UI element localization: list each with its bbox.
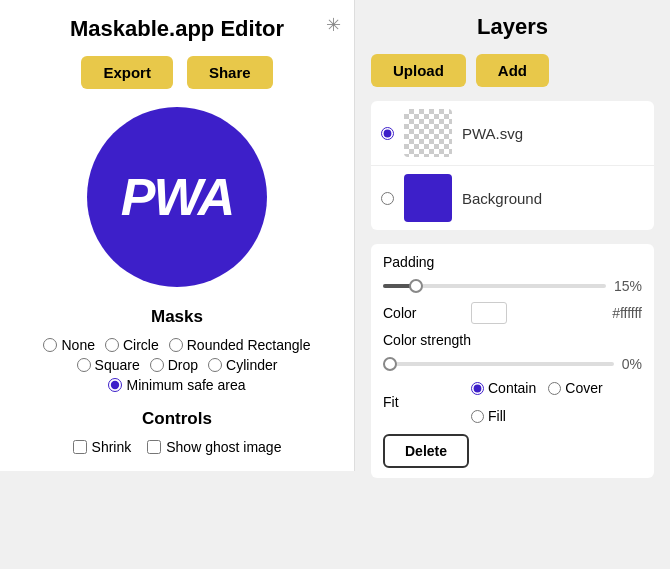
masks-title: Masks xyxy=(151,307,203,327)
export-button[interactable]: Export xyxy=(81,56,173,89)
layer-item-background[interactable]: Background xyxy=(371,166,654,230)
padding-label: Padding xyxy=(383,254,463,270)
mask-none-option[interactable]: None xyxy=(43,337,94,353)
padding-slider-thumb[interactable] xyxy=(409,279,423,293)
right-panel: Layers Upload Add PWA.svg Background Pad… xyxy=(355,0,670,569)
toolbar: Export Share xyxy=(81,56,272,89)
fit-label: Fit xyxy=(383,394,463,410)
fit-cover-radio[interactable] xyxy=(548,382,561,395)
mask-min-safe-label: Minimum safe area xyxy=(126,377,245,393)
ghost-option[interactable]: Show ghost image xyxy=(147,439,281,455)
layer-item-svg[interactable]: PWA.svg xyxy=(371,101,654,166)
layer-bg-radio[interactable] xyxy=(381,192,394,205)
mask-rounded-rect-option[interactable]: Rounded Rectangle xyxy=(169,337,311,353)
upload-button[interactable]: Upload xyxy=(371,54,466,87)
mask-drop-label: Drop xyxy=(168,357,198,373)
padding-slider-row: 15% xyxy=(383,278,642,294)
mask-circle-option[interactable]: Circle xyxy=(105,337,159,353)
layers-list: PWA.svg Background xyxy=(371,101,654,230)
color-value: #ffffff xyxy=(612,305,642,321)
controls-title: Controls xyxy=(142,409,212,429)
ghost-label: Show ghost image xyxy=(166,439,281,455)
color-strength-label: Color strength xyxy=(383,332,471,348)
mask-cylinder-option[interactable]: Cylinder xyxy=(208,357,277,373)
mask-min-safe-radio[interactable] xyxy=(108,378,122,392)
icon-preview: PWA xyxy=(87,107,267,287)
color-strength-slider-track[interactable] xyxy=(383,362,614,366)
color-strength-value: 0% xyxy=(622,356,642,372)
layer-svg-thumb xyxy=(404,109,452,157)
mask-cylinder-label: Cylinder xyxy=(226,357,277,373)
mask-square-radio[interactable] xyxy=(77,358,91,372)
mask-drop-radio[interactable] xyxy=(150,358,164,372)
left-panel: ✳ Maskable.app Editor Export Share PWA M… xyxy=(0,0,355,471)
mask-none-radio[interactable] xyxy=(43,338,57,352)
mask-none-label: None xyxy=(61,337,94,353)
layers-toolbar: Upload Add xyxy=(371,54,654,87)
shrink-option[interactable]: Shrink xyxy=(73,439,132,455)
app-title: Maskable.app Editor xyxy=(70,16,284,42)
color-row: Color #ffffff xyxy=(383,302,642,324)
color-label: Color xyxy=(383,305,463,321)
mask-drop-option[interactable]: Drop xyxy=(150,357,198,373)
color-swatch[interactable] xyxy=(471,302,507,324)
layer-svg-name: PWA.svg xyxy=(462,125,644,142)
fit-cover-label: Cover xyxy=(565,380,602,396)
mask-circle-radio[interactable] xyxy=(105,338,119,352)
fit-contain-label: Contain xyxy=(488,380,536,396)
color-strength-slider-thumb[interactable] xyxy=(383,357,397,371)
mask-min-safe-option[interactable]: Minimum safe area xyxy=(108,377,245,393)
properties-section: Padding 15% Color #ffffff Color strength… xyxy=(371,244,654,478)
mask-circle-label: Circle xyxy=(123,337,159,353)
layer-bg-name: Background xyxy=(462,190,644,207)
layers-title: Layers xyxy=(371,14,654,40)
fit-fill-label: Fill xyxy=(488,408,506,424)
ghost-checkbox[interactable] xyxy=(147,440,161,454)
shrink-label: Shrink xyxy=(92,439,132,455)
mask-square-label: Square xyxy=(95,357,140,373)
share-button[interactable]: Share xyxy=(187,56,273,89)
mask-cylinder-radio[interactable] xyxy=(208,358,222,372)
shrink-checkbox[interactable] xyxy=(73,440,87,454)
mask-rounded-rect-label: Rounded Rectangle xyxy=(187,337,311,353)
padding-slider-track[interactable] xyxy=(383,284,606,288)
mask-square-option[interactable]: Square xyxy=(77,357,140,373)
delete-button[interactable]: Delete xyxy=(383,434,469,468)
masks-group: None Circle Rounded Rectangle Square Dro… xyxy=(20,337,334,393)
fit-fill-option[interactable]: Fill xyxy=(471,408,506,424)
pwa-logo-text: PWA xyxy=(121,167,233,227)
layer-bg-thumb xyxy=(404,174,452,222)
fit-row: Fit Contain Cover Fill xyxy=(383,380,642,424)
padding-row: Padding xyxy=(383,254,642,270)
fit-contain-radio[interactable] xyxy=(471,382,484,395)
layer-svg-radio[interactable] xyxy=(381,127,394,140)
controls-group: Shrink Show ghost image xyxy=(73,439,282,455)
fit-options: Contain Cover Fill xyxy=(471,380,642,424)
fit-contain-option[interactable]: Contain xyxy=(471,380,536,396)
mask-rounded-rect-radio[interactable] xyxy=(169,338,183,352)
theme-icon[interactable]: ✳ xyxy=(326,14,341,36)
color-strength-slider-row: 0% xyxy=(383,356,642,372)
fit-fill-radio[interactable] xyxy=(471,410,484,423)
add-button[interactable]: Add xyxy=(476,54,549,87)
fit-cover-option[interactable]: Cover xyxy=(548,380,602,396)
padding-value: 15% xyxy=(614,278,642,294)
color-strength-label-row: Color strength xyxy=(383,332,642,348)
